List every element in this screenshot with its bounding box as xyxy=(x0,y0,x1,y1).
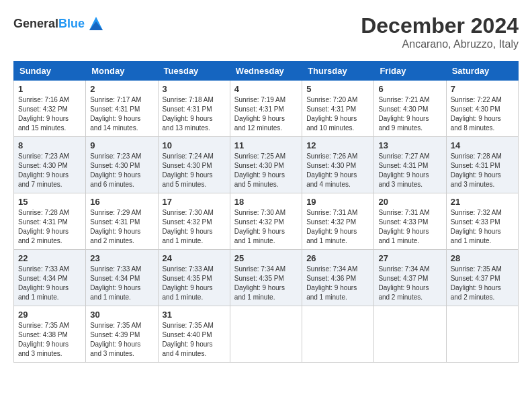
day-info: Sunrise: 7:34 AMSunset: 4:36 PMDaylight:… xyxy=(306,265,369,302)
calendar-cell: 21Sunrise: 7:32 AMSunset: 4:33 PMDayligh… xyxy=(446,193,518,250)
page-header: GeneralBlue December 2024 Ancarano, Abru… xyxy=(13,13,519,50)
month-title: December 2024 xyxy=(361,13,519,38)
col-friday: Friday xyxy=(374,62,446,81)
day-info: Sunrise: 7:23 AMSunset: 4:30 PMDaylight:… xyxy=(18,152,81,189)
day-number: 6 xyxy=(378,84,441,94)
col-thursday: Thursday xyxy=(302,62,374,81)
calendar-cell: 10Sunrise: 7:24 AMSunset: 4:30 PMDayligh… xyxy=(158,137,230,193)
calendar-cell: 27Sunrise: 7:34 AMSunset: 4:37 PMDayligh… xyxy=(374,250,446,306)
day-info: Sunrise: 7:28 AMSunset: 4:31 PMDaylight:… xyxy=(18,208,81,246)
day-info: Sunrise: 7:17 AMSunset: 4:31 PMDaylight:… xyxy=(90,95,153,133)
day-number: 11 xyxy=(234,140,298,150)
header-row: Sunday Monday Tuesday Wednesday Thursday… xyxy=(14,62,519,81)
calendar-cell: 9Sunrise: 7:23 AMSunset: 4:30 PMDaylight… xyxy=(86,137,158,193)
calendar-cell: 1Sunrise: 7:16 AMSunset: 4:32 PMDaylight… xyxy=(14,81,86,137)
week-row: 1Sunrise: 7:16 AMSunset: 4:32 PMDaylight… xyxy=(14,81,519,137)
day-info: Sunrise: 7:20 AMSunset: 4:31 PMDaylight:… xyxy=(306,95,369,133)
week-row: 8Sunrise: 7:23 AMSunset: 4:30 PMDaylight… xyxy=(14,137,519,193)
day-info: Sunrise: 7:33 AMSunset: 4:35 PMDaylight:… xyxy=(163,265,226,302)
col-saturday: Saturday xyxy=(446,62,518,81)
day-number: 16 xyxy=(90,197,153,207)
calendar-cell: 29Sunrise: 7:35 AMSunset: 4:38 PMDayligh… xyxy=(14,306,86,363)
day-number: 8 xyxy=(18,140,81,150)
day-info: Sunrise: 7:34 AMSunset: 4:37 PMDaylight:… xyxy=(378,265,441,302)
day-info: Sunrise: 7:35 AMSunset: 4:38 PMDaylight:… xyxy=(18,321,81,359)
title-section: December 2024 Ancarano, Abruzzo, Italy xyxy=(361,13,519,50)
calendar-cell: 25Sunrise: 7:34 AMSunset: 4:35 PMDayligh… xyxy=(230,250,302,306)
calendar-table: Sunday Monday Tuesday Wednesday Thursday… xyxy=(13,61,519,363)
day-number: 5 xyxy=(306,84,369,94)
week-row: 29Sunrise: 7:35 AMSunset: 4:38 PMDayligh… xyxy=(14,306,519,363)
logo-general: General xyxy=(13,17,58,30)
day-number: 7 xyxy=(451,84,514,94)
day-number: 26 xyxy=(306,253,369,263)
calendar-cell: 2Sunrise: 7:17 AMSunset: 4:31 PMDaylight… xyxy=(86,81,158,137)
day-number: 29 xyxy=(18,310,81,320)
day-info: Sunrise: 7:31 AMSunset: 4:32 PMDaylight:… xyxy=(306,208,369,246)
calendar-cell: 13Sunrise: 7:27 AMSunset: 4:31 PMDayligh… xyxy=(374,137,446,193)
day-number: 20 xyxy=(378,197,441,207)
day-number: 14 xyxy=(451,140,514,150)
calendar-cell xyxy=(230,306,302,363)
col-sunday: Sunday xyxy=(14,62,86,81)
day-number: 12 xyxy=(306,140,369,150)
day-info: Sunrise: 7:30 AMSunset: 4:32 PMDaylight:… xyxy=(163,208,226,246)
week-row: 22Sunrise: 7:33 AMSunset: 4:34 PMDayligh… xyxy=(14,250,519,306)
day-number: 15 xyxy=(18,197,81,207)
calendar-cell: 22Sunrise: 7:33 AMSunset: 4:34 PMDayligh… xyxy=(14,250,86,306)
day-number: 27 xyxy=(378,253,441,263)
day-number: 28 xyxy=(451,253,514,263)
calendar-cell xyxy=(302,306,374,363)
calendar-cell: 28Sunrise: 7:35 AMSunset: 4:37 PMDayligh… xyxy=(446,250,518,306)
calendar-cell: 23Sunrise: 7:33 AMSunset: 4:34 PMDayligh… xyxy=(86,250,158,306)
location-title: Ancarano, Abruzzo, Italy xyxy=(361,38,519,50)
day-number: 25 xyxy=(234,253,298,263)
day-info: Sunrise: 7:35 AMSunset: 4:40 PMDaylight:… xyxy=(163,321,226,359)
calendar-cell: 24Sunrise: 7:33 AMSunset: 4:35 PMDayligh… xyxy=(158,250,230,306)
calendar-cell: 8Sunrise: 7:23 AMSunset: 4:30 PMDaylight… xyxy=(14,137,86,193)
day-number: 31 xyxy=(163,310,226,320)
logo: GeneralBlue xyxy=(13,13,106,34)
calendar-cell: 17Sunrise: 7:30 AMSunset: 4:32 PMDayligh… xyxy=(158,193,230,250)
day-info: Sunrise: 7:33 AMSunset: 4:34 PMDaylight:… xyxy=(90,265,153,302)
calendar-cell: 30Sunrise: 7:35 AMSunset: 4:39 PMDayligh… xyxy=(86,306,158,363)
day-info: Sunrise: 7:26 AMSunset: 4:30 PMDaylight:… xyxy=(306,152,369,189)
day-number: 9 xyxy=(90,140,153,150)
day-info: Sunrise: 7:18 AMSunset: 4:31 PMDaylight:… xyxy=(163,95,226,133)
day-number: 24 xyxy=(163,253,226,263)
day-number: 21 xyxy=(451,197,514,207)
day-info: Sunrise: 7:25 AMSunset: 4:30 PMDaylight:… xyxy=(234,152,298,189)
week-row: 15Sunrise: 7:28 AMSunset: 4:31 PMDayligh… xyxy=(14,193,519,250)
svg-marker-1 xyxy=(89,21,103,30)
calendar-cell: 26Sunrise: 7:34 AMSunset: 4:36 PMDayligh… xyxy=(302,250,374,306)
calendar-cell: 31Sunrise: 7:35 AMSunset: 4:40 PMDayligh… xyxy=(158,306,230,363)
day-number: 10 xyxy=(163,140,226,150)
logo-icon xyxy=(86,13,106,34)
day-number: 13 xyxy=(378,140,441,150)
calendar-cell: 6Sunrise: 7:21 AMSunset: 4:30 PMDaylight… xyxy=(374,81,446,137)
day-info: Sunrise: 7:30 AMSunset: 4:32 PMDaylight:… xyxy=(234,208,298,246)
calendar-cell xyxy=(374,306,446,363)
calendar-cell: 7Sunrise: 7:22 AMSunset: 4:30 PMDaylight… xyxy=(446,81,518,137)
calendar-cell: 18Sunrise: 7:30 AMSunset: 4:32 PMDayligh… xyxy=(230,193,302,250)
calendar-cell: 20Sunrise: 7:31 AMSunset: 4:33 PMDayligh… xyxy=(374,193,446,250)
day-number: 1 xyxy=(18,84,81,94)
col-monday: Monday xyxy=(86,62,158,81)
day-number: 4 xyxy=(234,84,298,94)
logo-blue: Blue xyxy=(58,17,85,30)
day-info: Sunrise: 7:35 AMSunset: 4:37 PMDaylight:… xyxy=(451,265,514,302)
calendar-cell: 14Sunrise: 7:28 AMSunset: 4:31 PMDayligh… xyxy=(446,137,518,193)
day-info: Sunrise: 7:27 AMSunset: 4:31 PMDaylight:… xyxy=(378,152,441,189)
calendar-cell: 15Sunrise: 7:28 AMSunset: 4:31 PMDayligh… xyxy=(14,193,86,250)
day-info: Sunrise: 7:31 AMSunset: 4:33 PMDaylight:… xyxy=(378,208,441,246)
col-wednesday: Wednesday xyxy=(230,62,302,81)
calendar-cell: 12Sunrise: 7:26 AMSunset: 4:30 PMDayligh… xyxy=(302,137,374,193)
day-info: Sunrise: 7:34 AMSunset: 4:35 PMDaylight:… xyxy=(234,265,298,302)
day-info: Sunrise: 7:19 AMSunset: 4:31 PMDaylight:… xyxy=(234,95,298,133)
col-tuesday: Tuesday xyxy=(158,62,230,81)
calendar-cell: 16Sunrise: 7:29 AMSunset: 4:31 PMDayligh… xyxy=(86,193,158,250)
calendar-cell xyxy=(446,306,518,363)
day-info: Sunrise: 7:16 AMSunset: 4:32 PMDaylight:… xyxy=(18,95,81,133)
day-number: 23 xyxy=(90,253,153,263)
day-number: 19 xyxy=(306,197,369,207)
